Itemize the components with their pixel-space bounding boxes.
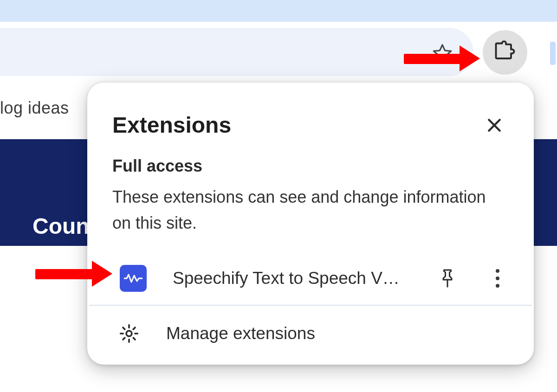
bookmark-star-button[interactable] [431, 42, 454, 65]
extensions-button[interactable] [483, 30, 527, 75]
extensions-icon [493, 40, 517, 64]
extension-row[interactable]: Speechify Text to Speech V… [87, 255, 534, 302]
popup-header: Extensions [87, 103, 534, 138]
svg-point-1 [126, 331, 132, 336]
address-bar[interactable] [0, 28, 473, 76]
extension-more-button[interactable] [486, 267, 509, 289]
extension-name: Speechify Text to Speech V… [173, 269, 432, 288]
pin-icon [439, 269, 456, 288]
access-section-label: Full access [87, 138, 534, 176]
extension-app-icon [120, 265, 147, 292]
gear-icon-wrap [117, 321, 141, 346]
star-icon [432, 43, 453, 64]
bookmark-bar-item[interactable]: log ideas [0, 98, 69, 118]
manage-extensions-row[interactable]: Manage extensions [87, 306, 534, 346]
speechify-icon [124, 272, 142, 284]
close-icon [485, 116, 504, 135]
toolbar-overflow-edge [550, 42, 556, 65]
manage-extensions-label: Manage extensions [166, 324, 315, 343]
more-vertical-icon [496, 269, 499, 288]
browser-tabs-strip [0, 0, 557, 22]
gear-icon [119, 323, 139, 344]
page-hero-text-fragment: Coun [32, 213, 90, 239]
access-section-description: These extensions can see and change info… [87, 176, 534, 236]
bookmark-label: log ideas [0, 98, 69, 117]
extensions-popup: Extensions Full access These extensions … [87, 83, 534, 365]
popup-title: Extensions [112, 112, 231, 138]
close-button[interactable] [484, 115, 505, 136]
pin-extension-button[interactable] [436, 267, 459, 289]
